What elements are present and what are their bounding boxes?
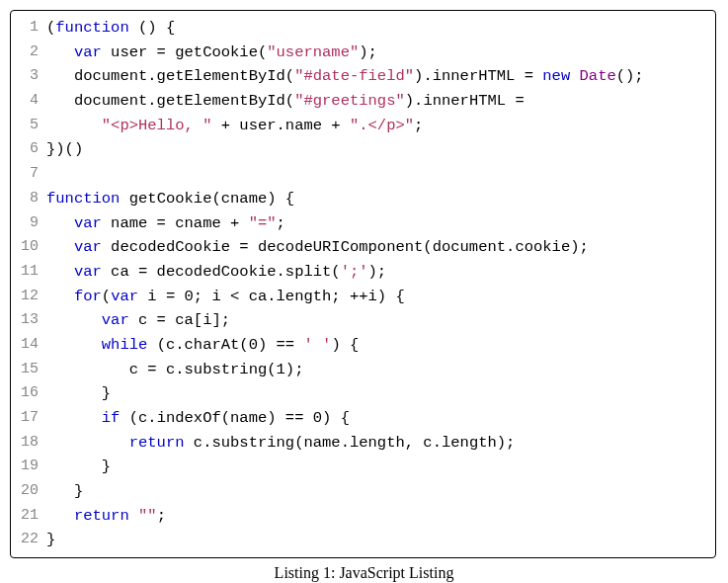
line-number: 8 — [15, 187, 39, 211]
code-line: c = c.substring(1); — [46, 358, 709, 382]
code-line: document.getElementById("#date-field").i… — [46, 64, 709, 89]
line-number: 17 — [15, 406, 39, 431]
code-content: (function () { var user = getCookie("use… — [44, 11, 715, 557]
code-line: "<p>Hello, " + user.name + ".</p>"; — [46, 114, 709, 138]
code-line: } — [46, 455, 709, 479]
line-number: 15 — [15, 358, 39, 382]
line-number: 13 — [15, 308, 39, 333]
code-line: return ""; — [46, 504, 709, 529]
code-line: var user = getCookie("username"); — [46, 41, 709, 65]
line-number-gutter: 12345678910111213141516171819202122 — [11, 11, 44, 557]
code-line: for(var i = 0; i < ca.length; ++i) { — [46, 285, 709, 309]
code-line: while (c.charAt(0) == ' ') { — [46, 333, 709, 358]
line-number: 20 — [15, 479, 39, 504]
code-line: } — [46, 381, 709, 406]
line-number: 6 — [15, 137, 39, 162]
line-number: 9 — [15, 211, 39, 236]
line-number: 1 — [15, 16, 39, 41]
code-line — [46, 162, 709, 187]
line-number: 5 — [15, 114, 39, 138]
line-number: 7 — [15, 162, 39, 187]
code-line: var name = cname + "="; — [46, 211, 709, 236]
code-line: if (c.indexOf(name) == 0) { — [46, 406, 709, 431]
code-line: } — [46, 528, 709, 552]
line-number: 2 — [15, 41, 39, 65]
line-number: 22 — [15, 528, 39, 552]
code-line: })() — [46, 137, 709, 162]
code-line: var c = ca[i]; — [46, 308, 709, 333]
code-listing-frame: 12345678910111213141516171819202122 (fun… — [10, 10, 716, 558]
line-number: 4 — [15, 89, 39, 114]
code-line: (function () { — [46, 16, 709, 41]
line-number: 19 — [15, 455, 39, 479]
line-number: 21 — [15, 504, 39, 529]
code-line: var ca = decodedCookie.split(';'); — [46, 260, 709, 285]
line-number: 16 — [15, 381, 39, 406]
code-line: } — [46, 479, 709, 504]
line-number: 18 — [15, 431, 39, 456]
code-line: document.getElementById("#greetings").in… — [46, 89, 709, 114]
line-number: 14 — [15, 333, 39, 358]
line-number: 11 — [15, 260, 39, 285]
code-line: return c.substring(name.length, c.length… — [46, 431, 709, 456]
line-number: 12 — [15, 285, 39, 309]
code-line: var decodedCookie = decodeURIComponent(d… — [46, 235, 709, 260]
line-number: 10 — [15, 235, 39, 260]
line-number: 3 — [15, 64, 39, 89]
code-line: function getCookie(cname) { — [46, 187, 709, 211]
listing-caption: Listing 1: JavaScript Listing — [10, 564, 718, 582]
